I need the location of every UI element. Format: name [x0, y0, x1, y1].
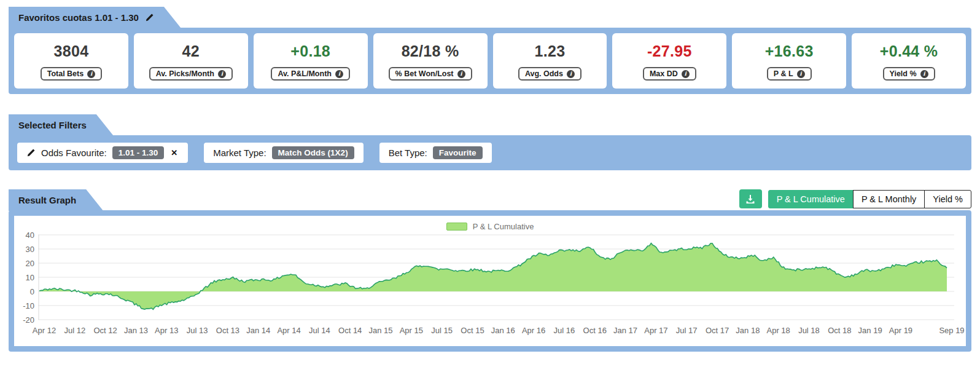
svg-text:Jul 18: Jul 18 — [798, 326, 820, 335]
svg-text:Jan 13: Jan 13 — [124, 326, 148, 335]
tab-pl-cumulative[interactable]: P & L Cumulative — [768, 190, 854, 208]
svg-text:Sep 19: Sep 19 — [939, 326, 964, 335]
svg-text:10: 10 — [26, 273, 34, 282]
svg-text:Apr 19: Apr 19 — [889, 326, 912, 335]
filter-value-badge: 1.01 - 1.30 — [112, 146, 165, 159]
tab-pl-monthly[interactable]: P & L Monthly — [853, 190, 925, 208]
stat-card-yield: +0.44 % Yield % i — [852, 33, 966, 89]
download-icon — [745, 194, 755, 204]
stats-panel: 3804 Total Bets i 42 Av. Picks/Month i +… — [9, 28, 971, 94]
stat-label-pill: Av. P&L/Month i — [271, 67, 350, 81]
filters-panel: Odds Favourite: 1.01 - 1.30 ✕ Market Typ… — [9, 135, 971, 170]
selected-filters-tab: Selected Filters — [9, 114, 114, 136]
svg-text:Jan 14: Jan 14 — [246, 326, 270, 335]
stat-label-pill: Av. Picks/Month i — [149, 67, 233, 81]
stat-label: Av. P&L/Month — [278, 69, 332, 78]
filter-value-badge: Favourite — [433, 146, 483, 159]
svg-text:30: 30 — [26, 245, 34, 254]
graph-view-button-group: P & L Cumulative P & L Monthly Yield % — [768, 190, 971, 208]
svg-text:Oct 15: Oct 15 — [461, 326, 484, 335]
filter-label: Bet Type: — [389, 148, 427, 158]
svg-text:Oct 16: Oct 16 — [583, 326, 607, 335]
stat-card-bet-won-lost: 82/18 % % Bet Won/Lost i — [373, 33, 488, 89]
download-button[interactable] — [739, 189, 762, 208]
svg-text:Jan 19: Jan 19 — [858, 326, 882, 335]
stat-card-pl: +16.63 P & L i — [732, 33, 846, 89]
svg-text:Jul 15: Jul 15 — [431, 326, 453, 335]
filter-label: Odds Favourite: — [41, 148, 107, 158]
info-icon[interactable]: i — [457, 70, 465, 78]
dashboard-page: Favoritos cuotas 1.01 - 1.30 3804 Total … — [9, 6, 971, 352]
tab-yield[interactable]: Yield % — [924, 190, 971, 208]
info-icon[interactable]: i — [797, 70, 805, 78]
stat-value: 1.23 — [535, 42, 566, 60]
pl-cumulative-area-chart[interactable]: 403020100-10-20Apr 12Jul 12Oct 12Jan 13A… — [15, 231, 965, 339]
stat-value: 42 — [182, 42, 200, 60]
stat-card-max-dd: -27.95 Max DD i — [612, 33, 726, 89]
strategy-title-tab: Favoritos cuotas 1.01 - 1.30 — [9, 7, 181, 28]
svg-text:40: 40 — [26, 231, 34, 240]
svg-text:20: 20 — [26, 259, 34, 268]
svg-text:Apr 13: Apr 13 — [155, 326, 178, 335]
filter-chip-odds-favourite: Odds Favourite: 1.01 - 1.30 ✕ — [17, 143, 188, 163]
filter-value-badge: Match Odds (1X2) — [272, 146, 354, 159]
stat-label: % Bet Won/Lost — [395, 69, 454, 78]
legend-label: P & L Cumulative — [473, 222, 534, 231]
stat-label-pill: Total Bets i — [41, 67, 103, 81]
stat-value: -27.95 — [647, 42, 692, 60]
svg-text:Apr 15: Apr 15 — [400, 326, 423, 335]
info-icon[interactable]: i — [87, 70, 95, 78]
graph-controls: P & L Cumulative P & L Monthly Yield % — [739, 189, 971, 210]
filter-label: Market Type: — [213, 148, 266, 158]
svg-text:-20: -20 — [23, 315, 34, 325]
svg-text:Oct 18: Oct 18 — [828, 326, 851, 335]
info-icon[interactable]: i — [218, 70, 226, 78]
svg-text:Jul 16: Jul 16 — [554, 326, 575, 335]
remove-filter-icon[interactable]: ✕ — [169, 148, 179, 157]
info-icon[interactable]: i — [920, 70, 928, 78]
info-icon[interactable]: i — [682, 70, 690, 78]
stat-value: 82/18 % — [402, 42, 459, 60]
svg-text:Jan 15: Jan 15 — [368, 326, 392, 335]
svg-text:Jan 17: Jan 17 — [613, 326, 637, 335]
svg-text:Jul 14: Jul 14 — [309, 326, 330, 335]
stat-card-avg-odds: 1.23 Avg. Odds i — [493, 33, 607, 89]
edit-filter-icon[interactable] — [26, 148, 36, 157]
filter-chip-bet-type: Bet Type: Favourite — [379, 143, 492, 163]
stat-label: Av. Picks/Month — [156, 69, 214, 78]
stat-label: P & L — [774, 69, 793, 78]
selected-filters-title: Selected Filters — [18, 120, 87, 130]
chart-container: P & L Cumulative 403020100-10-20Apr 12Ju… — [14, 216, 966, 346]
svg-text:Apr 16: Apr 16 — [522, 326, 545, 335]
svg-text:Oct 12: Oct 12 — [93, 326, 117, 335]
svg-text:0: 0 — [30, 287, 34, 296]
stat-value: +16.63 — [765, 42, 814, 60]
edit-icon[interactable] — [145, 13, 154, 22]
stat-label-pill: % Bet Won/Lost i — [389, 67, 472, 81]
svg-text:Apr 17: Apr 17 — [644, 326, 667, 335]
filter-chip-market-type: Market Type: Match Odds (1X2) — [204, 143, 363, 163]
stat-label-pill: Avg. Odds i — [518, 67, 581, 81]
info-icon[interactable]: i — [567, 70, 575, 78]
svg-text:Jan 18: Jan 18 — [736, 326, 760, 335]
stat-value: +0.44 % — [880, 42, 938, 60]
stat-value: 3804 — [54, 42, 89, 60]
chart-legend[interactable]: P & L Cumulative — [14, 216, 966, 231]
stat-card-av-pl-month: +0.18 Av. P&L/Month i — [254, 33, 368, 89]
stat-label: Max DD — [650, 69, 678, 78]
stat-label-pill: P & L i — [767, 67, 812, 81]
stat-card-av-picks: 42 Av. Picks/Month i — [134, 33, 248, 89]
info-icon[interactable]: i — [335, 70, 343, 78]
svg-text:Oct 14: Oct 14 — [338, 326, 362, 335]
stat-label: Avg. Odds — [525, 69, 563, 78]
strategy-title: Favoritos cuotas 1.01 - 1.30 — [18, 12, 139, 23]
result-graph-tab: Result Graph — [9, 189, 103, 211]
svg-text:Jan 16: Jan 16 — [491, 326, 515, 335]
result-graph-title: Result Graph — [18, 195, 76, 205]
legend-swatch — [446, 223, 467, 231]
stat-label: Yield % — [890, 69, 917, 78]
stat-value: +0.18 — [290, 42, 330, 60]
svg-text:Jul 17: Jul 17 — [676, 326, 698, 335]
chart-panel: P & L Cumulative 403020100-10-20Apr 12Ju… — [9, 210, 971, 352]
stat-card-total-bets: 3804 Total Bets i — [14, 33, 128, 89]
